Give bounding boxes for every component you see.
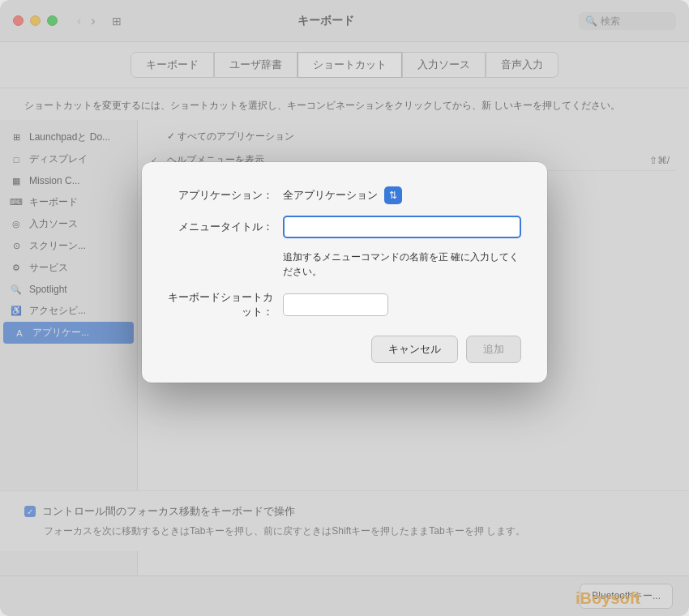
menu-title-input[interactable] (283, 216, 521, 238)
app-selector-icon[interactable]: ⇅ (384, 186, 402, 204)
dialog-buttons: キャンセル 追加 (168, 336, 521, 363)
cancel-button[interactable]: キャンセル (371, 336, 458, 363)
app-selector: 全アプリケーション ⇅ (283, 186, 402, 204)
add-button-dialog[interactable]: 追加 (466, 336, 521, 363)
app-selector-value: 全アプリケーション (283, 188, 378, 203)
dialog: アプリケーション： 全アプリケーション ⇅ メニュータイトル： 追加するメニュー… (142, 162, 547, 383)
shortcut-label: キーボードショートカット： (168, 290, 273, 319)
app-label: アプリケーション： (168, 188, 273, 203)
menu-title-row: メニュータイトル： (168, 216, 521, 238)
app-selector-row: アプリケーション： 全アプリケーション ⇅ (168, 186, 521, 204)
hint-text: 追加するメニューコマンドの名前を正 確に入力してください。 (283, 250, 521, 279)
shortcut-row-dialog: キーボードショートカット： (168, 290, 521, 319)
menu-label: メニュータイトル： (168, 220, 273, 234)
shortcut-input[interactable] (283, 293, 388, 316)
main-window: ‹ › ⊞ キーボード 🔍 キーボード ユーザ辞書 ショートカット 入力ソース … (0, 0, 689, 616)
